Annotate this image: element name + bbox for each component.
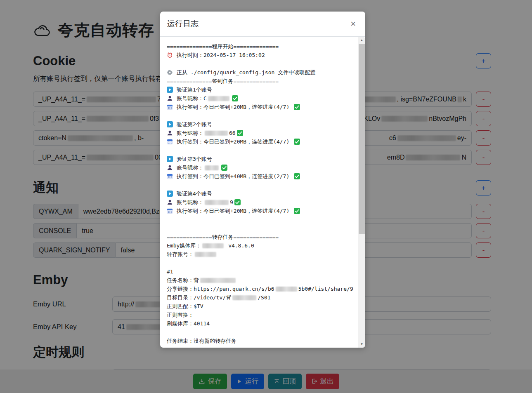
log-line: 验证第3个账号 <box>167 155 351 163</box>
log-line: ==============转存任务============== <box>167 233 351 241</box>
text-segment: 执行签到：今日已签到+20MB，连签进度(4/7) <box>177 207 293 215</box>
log-line: 执行签到：今日已签到+20MB，连签进度(4/7) <box>167 103 351 111</box>
check-icon <box>294 173 300 179</box>
text-segment: /S01 <box>258 293 270 302</box>
text-segment: 正从 ./config/quark_config.json 文件中读取配置 <box>177 68 315 77</box>
user-icon <box>167 199 173 205</box>
scrollbar-thumb[interactable] <box>359 44 365 234</box>
modal-title: 运行日志 <box>167 19 199 29</box>
redacted-text <box>195 252 216 257</box>
check-icon <box>221 165 227 171</box>
log-line: 执行签到：今日已签到+20MB，连签进度(4/7) <box>167 207 351 215</box>
text-segment: 5b0#/list/share/9 <box>298 285 353 293</box>
cal-icon <box>167 104 173 110</box>
log-line: ==============签到任务============== <box>167 77 351 85</box>
log-lines: ==============程序开始==============执行时间：202… <box>167 42 351 345</box>
log-line: Emby媒体库： v4.8.6.0 <box>167 241 351 250</box>
log-line: 正则替换： <box>167 311 351 319</box>
text-segment: ==============转存任务============== <box>167 233 279 241</box>
log-line: 刷媒体库：40114 <box>167 319 351 328</box>
text-segment: 9 <box>230 198 233 207</box>
cal-icon <box>167 208 173 214</box>
text-segment: 正则替换： <box>167 311 194 319</box>
log-line <box>167 59 351 68</box>
log-line <box>167 259 351 267</box>
redacted-text <box>205 165 219 170</box>
text-segment: 账号昵称： <box>177 163 203 172</box>
log-line: 执行签到：今日已签到+40MB，连签进度(2/7) <box>167 172 351 181</box>
redacted-text <box>202 243 224 248</box>
user-icon <box>167 95 173 101</box>
text-segment: 正则匹配：$TV <box>167 302 203 311</box>
text-segment: 验证第2个账号 <box>177 120 212 129</box>
log-line: 转存账号： <box>167 250 351 259</box>
text-segment: 执行签到：今日已签到+20MB，连签进度(4/7) <box>177 103 293 111</box>
redacted-text <box>276 287 297 292</box>
redacted-text <box>205 200 229 205</box>
play-icon <box>167 87 173 93</box>
log-line <box>167 215 351 224</box>
check-icon <box>237 130 243 136</box>
redacted-text <box>200 278 236 283</box>
scrollbar-down-arrow[interactable]: ▼ <box>358 341 365 348</box>
text-segment: #1------------------ <box>167 267 232 276</box>
gear-icon <box>167 69 173 75</box>
text-segment: 66 <box>229 129 236 137</box>
play-icon <box>167 156 173 162</box>
log-line: 正则匹配：$TV <box>167 302 351 311</box>
check-icon <box>294 208 300 214</box>
log-line <box>167 111 351 120</box>
text-segment: 刷媒体库：40114 <box>167 319 210 328</box>
modal-header: 运行日志 × <box>160 12 365 37</box>
log-line: 正从 ./config/quark_config.json 文件中读取配置 <box>167 68 351 77</box>
text-segment: 验证第4个账号 <box>177 189 212 198</box>
check-icon <box>234 199 241 205</box>
log-line <box>167 146 351 155</box>
text-segment: 账号昵称： <box>177 129 203 137</box>
play-icon <box>167 191 173 197</box>
text-segment: 账号昵称： <box>177 198 203 207</box>
scrollbar-up-arrow[interactable]: ▲ <box>358 37 365 44</box>
alarm-icon <box>167 52 173 58</box>
log-line: 账号昵称：C <box>167 94 351 103</box>
text-segment: 执行时间：2024-05-17 16:05:02 <box>177 51 265 59</box>
text-segment: 验证第1个账号 <box>177 85 212 94</box>
redacted-text <box>208 96 229 101</box>
log-line: 执行时间：2024-05-17 16:05:02 <box>167 51 351 59</box>
text-segment: Emby媒体库： <box>167 241 201 250</box>
redacted-text <box>232 295 256 300</box>
text-segment: 验证第3个账号 <box>177 155 212 163</box>
run-log-modal: 运行日志 × ==============程序开始==============执… <box>160 12 365 348</box>
cal-icon <box>167 139 173 145</box>
text-segment: ==============程序开始============== <box>167 42 279 51</box>
log-line: 任务结束：没有新的转存任务 <box>167 337 351 345</box>
check-icon <box>294 139 300 145</box>
log-line: 验证第4个账号 <box>167 189 351 198</box>
text-segment: 执行签到：今日已签到+20MB，连签进度(4/7) <box>177 137 293 146</box>
close-icon[interactable]: × <box>348 19 358 29</box>
text-segment: ==============签到任务============== <box>167 77 279 85</box>
log-line: 任务名称：背 <box>167 276 351 285</box>
text-segment: 账号昵称：C <box>177 94 207 103</box>
text-segment: 任务结束：没有新的转存任务 <box>167 337 236 345</box>
log-line: 验证第2个账号 <box>167 120 351 129</box>
log-line: 验证第1个账号 <box>167 85 351 94</box>
log-line: 账号昵称：9 <box>167 198 351 207</box>
log-line <box>167 181 351 189</box>
log-line: 账号昵称： <box>167 163 351 172</box>
check-icon <box>294 104 300 110</box>
log-line: 账号昵称：66 <box>167 129 351 137</box>
check-icon <box>232 95 238 101</box>
text-segment: 转存账号： <box>167 250 194 259</box>
log-line: ==============程序开始============== <box>167 42 351 51</box>
log-line: 目标目录：/video/tv/背/S01 <box>167 293 351 302</box>
play-icon <box>167 121 173 127</box>
user-icon <box>167 130 173 136</box>
log-line <box>167 328 351 337</box>
text-segment: v4.8.6.0 <box>225 241 254 250</box>
log-line <box>167 224 351 233</box>
text-segment: 分享链接：https://pan.quark.cn/s/b6 <box>167 285 274 293</box>
text-segment: 目标目录：/video/tv/背 <box>167 293 231 302</box>
user-icon <box>167 165 173 171</box>
redacted-text <box>205 131 228 136</box>
